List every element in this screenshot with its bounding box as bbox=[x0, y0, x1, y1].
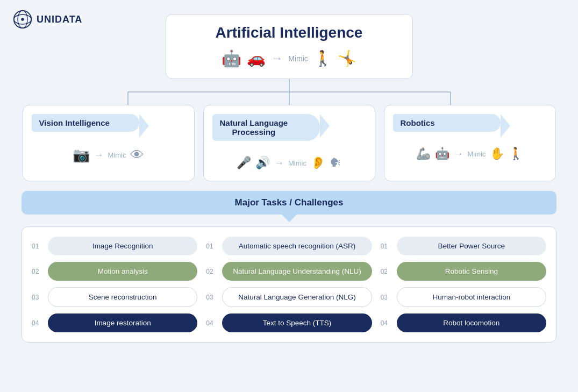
nlp-title: Natural LanguageProcessing bbox=[220, 118, 288, 137]
android-icon: 🤖 bbox=[435, 147, 449, 161]
vision-header: Vision Intelligence bbox=[32, 114, 139, 132]
num-r2: 02 bbox=[381, 268, 391, 275]
badge-v4: Image restoration bbox=[48, 313, 197, 332]
eye-icon: 👁 bbox=[130, 147, 144, 163]
num-v2: 02 bbox=[32, 268, 42, 275]
vision-title: Vision Intelligence bbox=[39, 118, 110, 127]
col-robotics: Robotics 🦾 🤖 → Mimic ✋ 🚶 bbox=[384, 105, 556, 181]
car-icon: 🚗 bbox=[247, 49, 266, 67]
task-nlp-02: 02 Natural Language Understanding (NLU) bbox=[206, 262, 372, 281]
badge-n2: Natural Language Understanding (NLU) bbox=[222, 262, 372, 281]
logo: UNIDATA bbox=[13, 10, 82, 29]
task-rob-03: 03 Human-robot interaction bbox=[381, 287, 546, 307]
walk-icon: 🚶 bbox=[313, 49, 332, 67]
num-r1: 01 bbox=[381, 243, 391, 250]
major-tasks-bar: Major Tasks / Challenges bbox=[22, 191, 556, 215]
task-vision-01: 01 Image Recognition bbox=[32, 237, 197, 255]
ear-icon: 👂 bbox=[311, 156, 325, 170]
task-vision-02: 02 Motion analysis bbox=[32, 262, 197, 281]
task-rob-02: 02 Robotic Sensing bbox=[381, 262, 546, 281]
vision-icons: 📷 → Mimic 👁 bbox=[32, 147, 185, 163]
arrow-mimic-nlp: → bbox=[274, 158, 284, 169]
mimic-label: Mimic bbox=[288, 54, 308, 63]
ai-title: Artificial Intelligence bbox=[179, 24, 399, 41]
task-vision-03: 03 Scene reconstruction bbox=[32, 287, 197, 307]
tasks-section: 01 Image Recognition 01 Automatic speech… bbox=[22, 226, 556, 343]
ai-icons-row: 🤖 🚗 → Mimic 🚶 🤸 bbox=[179, 49, 399, 68]
three-columns: Vision Intelligence 📷 → Mimic 👁 Natural … bbox=[22, 105, 556, 181]
arrow-mimic-rob: → bbox=[454, 148, 463, 160]
badge-n4: Text to Speech (TTS) bbox=[222, 313, 372, 332]
col-vision: Vision Intelligence 📷 → Mimic 👁 bbox=[23, 105, 195, 181]
svg-point-3 bbox=[21, 18, 24, 20]
logo-text: UNIDATA bbox=[37, 14, 82, 25]
num-n1: 01 bbox=[206, 243, 217, 250]
connector-area bbox=[13, 79, 565, 105]
robotics-title: Robotics bbox=[401, 118, 435, 127]
badge-r4: Robot locomotion bbox=[397, 313, 546, 332]
badge-r1: Better Power Source bbox=[397, 237, 546, 255]
task-nlp-01: 01 Automatic speech recognition (ASR) bbox=[206, 237, 372, 255]
nlp-icons: 🎤 🔊 → Mimic 👂 🗣 bbox=[212, 156, 366, 170]
task-nlp-04: 04 Text to Speech (TTS) bbox=[206, 313, 372, 332]
badge-r2: Robotic Sensing bbox=[397, 262, 546, 281]
badge-n1: Automatic speech recognition (ASR) bbox=[222, 237, 372, 255]
badge-v2: Motion analysis bbox=[48, 262, 197, 281]
col-nlp: Natural LanguageProcessing 🎤 🔊 → Mimic 👂… bbox=[203, 105, 375, 181]
nlp-header: Natural LanguageProcessing bbox=[212, 114, 320, 141]
num-r3: 03 bbox=[381, 294, 391, 301]
arrow-mimic-icon: → bbox=[94, 149, 104, 161]
robotics-icons: 🦾 🤖 → Mimic ✋ 🚶 bbox=[393, 147, 547, 161]
speaker-icon: 🔊 bbox=[255, 156, 270, 170]
num-n2: 02 bbox=[206, 268, 217, 275]
camera-icon: 📷 bbox=[73, 147, 90, 163]
robotics-header: Robotics bbox=[393, 114, 501, 132]
mimic-v: Mimic bbox=[108, 151, 126, 159]
task-vision-04: 04 Image restoration bbox=[32, 313, 197, 332]
robot-icon: 🤖 bbox=[222, 49, 241, 68]
hand-icon: ✋ bbox=[490, 147, 504, 161]
jump-icon: 🤸 bbox=[338, 49, 356, 67]
num-r4: 04 bbox=[381, 319, 391, 327]
task-nlp-03: 03 Natural Language Generation (NLG) bbox=[206, 287, 372, 307]
mic-icon: 🎤 bbox=[237, 156, 251, 170]
badge-r3: Human-robot interaction bbox=[397, 287, 546, 307]
num-v4: 04 bbox=[32, 319, 42, 327]
num-v3: 03 bbox=[32, 294, 42, 301]
page: UNIDATA Artificial Intelligence 🤖 🚗 → Mi… bbox=[0, 0, 578, 392]
arrow-icon: → bbox=[271, 52, 283, 66]
badge-n3: Natural Language Generation (NLG) bbox=[222, 287, 372, 307]
badge-v1: Image Recognition bbox=[48, 237, 197, 255]
num-n3: 03 bbox=[206, 294, 217, 301]
num-v1: 01 bbox=[32, 243, 42, 250]
mimic-rob: Mimic bbox=[468, 150, 486, 158]
badge-v3: Scene reconstruction bbox=[48, 287, 197, 307]
arm-icon: 🦾 bbox=[416, 147, 431, 161]
tasks-grid: 01 Image Recognition 01 Automatic speech… bbox=[32, 237, 546, 332]
person-icon: 🚶 bbox=[509, 147, 523, 161]
num-n4: 04 bbox=[206, 319, 217, 327]
speak-icon: 🗣 bbox=[330, 156, 341, 170]
task-rob-04: 04 Robot locomotion bbox=[381, 313, 546, 332]
mimic-nlp: Mimic bbox=[288, 159, 306, 167]
task-rob-01: 01 Better Power Source bbox=[381, 237, 546, 255]
ai-box: Artificial Intelligence 🤖 🚗 → Mimic 🚶 🤸 bbox=[166, 14, 413, 79]
